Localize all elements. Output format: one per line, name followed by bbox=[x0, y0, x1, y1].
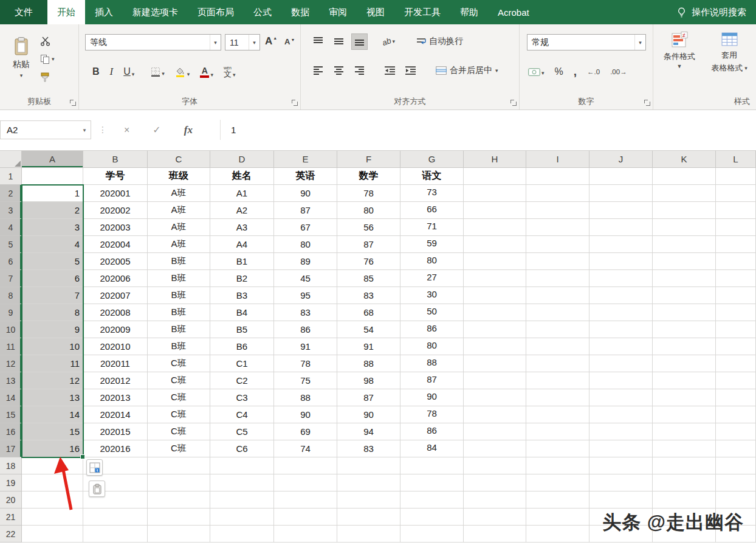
cell-J9[interactable] bbox=[589, 304, 653, 321]
cell-C13[interactable]: C班 bbox=[148, 372, 210, 389]
column-header-I[interactable]: I bbox=[526, 151, 589, 168]
cell-K20[interactable] bbox=[653, 491, 716, 509]
row-header-20[interactable]: 20 bbox=[0, 491, 22, 509]
font-family-select[interactable]: 等线 ▾ bbox=[85, 34, 221, 50]
cell-I1[interactable] bbox=[526, 168, 589, 185]
cell-B1[interactable]: 学号 bbox=[83, 168, 148, 185]
cell-F10[interactable]: 54 bbox=[337, 321, 400, 338]
cell-H11[interactable] bbox=[464, 338, 526, 355]
cell-J8[interactable] bbox=[589, 287, 653, 304]
cell-K17[interactable] bbox=[653, 440, 716, 457]
cell-I9[interactable] bbox=[526, 304, 589, 321]
ribbon-tab-开始[interactable]: 开始 bbox=[47, 0, 85, 24]
column-header-F[interactable]: F bbox=[337, 151, 400, 168]
ribbon-tab-帮助[interactable]: 帮助 bbox=[450, 0, 488, 24]
cell-L10[interactable] bbox=[716, 321, 756, 338]
cell-E18[interactable] bbox=[274, 457, 337, 474]
cell-I20[interactable] bbox=[526, 491, 589, 509]
cell-J18[interactable] bbox=[589, 457, 653, 474]
cell-D21[interactable] bbox=[210, 509, 274, 526]
cell-D16[interactable]: C5 bbox=[210, 423, 274, 440]
cell-B13[interactable]: 202012 bbox=[83, 372, 148, 389]
cell-F5[interactable]: 87 bbox=[337, 236, 400, 253]
cell-G19[interactable] bbox=[400, 474, 464, 491]
cell-G17[interactable]: 84 bbox=[400, 440, 464, 457]
increase-indent-button[interactable] bbox=[403, 63, 418, 78]
cell-I11[interactable] bbox=[526, 338, 589, 355]
cell-F22[interactable] bbox=[337, 526, 400, 543]
ribbon-tab-数据[interactable]: 数据 bbox=[281, 0, 319, 24]
cell-K18[interactable] bbox=[653, 457, 716, 474]
cell-H1[interactable] bbox=[464, 168, 526, 185]
cell-J7[interactable] bbox=[589, 270, 653, 287]
align-top-button[interactable] bbox=[311, 34, 326, 49]
cell-F8[interactable]: 83 bbox=[337, 287, 400, 304]
row-header-14[interactable]: 14 bbox=[0, 389, 22, 406]
cell-L15[interactable] bbox=[716, 406, 756, 423]
cell-B15[interactable]: 202014 bbox=[83, 406, 148, 423]
cell-D3[interactable]: A2 bbox=[210, 202, 274, 219]
cell-L5[interactable] bbox=[716, 236, 756, 253]
cell-L17[interactable] bbox=[716, 440, 756, 457]
cell-A9[interactable]: 8 bbox=[22, 304, 83, 321]
cell-F21[interactable] bbox=[337, 509, 400, 526]
row-header-5[interactable]: 5 bbox=[0, 236, 22, 253]
cell-F6[interactable]: 76 bbox=[337, 253, 400, 270]
align-left-button[interactable] bbox=[311, 63, 326, 78]
cell-G18[interactable] bbox=[400, 457, 464, 474]
cell-K14[interactable] bbox=[653, 389, 716, 406]
cell-B9[interactable]: 202008 bbox=[83, 304, 148, 321]
select-all-corner[interactable] bbox=[0, 151, 22, 168]
row-header-21[interactable]: 21 bbox=[0, 509, 22, 526]
cell-I5[interactable] bbox=[526, 236, 589, 253]
cell-C21[interactable] bbox=[148, 509, 210, 526]
row-header-16[interactable]: 16 bbox=[0, 423, 22, 440]
cell-B17[interactable]: 202016 bbox=[83, 440, 148, 457]
formula-content[interactable]: 1 bbox=[231, 120, 236, 139]
cell-H14[interactable] bbox=[464, 389, 526, 406]
cell-E16[interactable]: 69 bbox=[274, 423, 337, 440]
cell-H21[interactable] bbox=[464, 509, 526, 526]
ribbon-tab-Acrobat[interactable]: Acrobat bbox=[488, 0, 539, 24]
paste-options-button[interactable] bbox=[89, 481, 105, 497]
ribbon-tab-公式[interactable]: 公式 bbox=[244, 0, 281, 24]
cell-E21[interactable] bbox=[274, 509, 337, 526]
cell-B4[interactable]: 202003 bbox=[83, 219, 148, 236]
cell-I19[interactable] bbox=[526, 474, 589, 491]
cell-K13[interactable] bbox=[653, 372, 716, 389]
cell-C5[interactable]: A班 bbox=[148, 236, 210, 253]
cell-I4[interactable] bbox=[526, 219, 589, 236]
cell-D7[interactable]: B2 bbox=[210, 270, 274, 287]
cell-A8[interactable]: 7 bbox=[22, 287, 83, 304]
cell-D1[interactable]: 姓名 bbox=[210, 168, 274, 185]
format-as-table-dropdown-icon[interactable]: ▾ bbox=[744, 66, 747, 71]
cell-B7[interactable]: 202006 bbox=[83, 270, 148, 287]
column-header-K[interactable]: K bbox=[653, 151, 716, 168]
cell-B14[interactable]: 202013 bbox=[83, 389, 148, 406]
cell-K11[interactable] bbox=[653, 338, 716, 355]
cell-D22[interactable] bbox=[210, 526, 274, 543]
column-header-C[interactable]: C bbox=[148, 151, 210, 168]
cell-I17[interactable] bbox=[526, 440, 589, 457]
cell-B21[interactable] bbox=[83, 509, 148, 526]
row-header-13[interactable]: 13 bbox=[0, 372, 22, 389]
cell-I12[interactable] bbox=[526, 355, 589, 372]
cell-E19[interactable] bbox=[274, 474, 337, 491]
cell-F19[interactable] bbox=[337, 474, 400, 491]
cell-K10[interactable] bbox=[653, 321, 716, 338]
cell-H13[interactable] bbox=[464, 372, 526, 389]
cell-E9[interactable]: 83 bbox=[274, 304, 337, 321]
cell-L13[interactable] bbox=[716, 372, 756, 389]
cell-F9[interactable]: 68 bbox=[337, 304, 400, 321]
cell-F1[interactable]: 数学 bbox=[337, 168, 400, 185]
cell-G3[interactable]: 66 bbox=[400, 202, 464, 219]
cell-C8[interactable]: B班 bbox=[148, 287, 210, 304]
font-size-select[interactable]: 11 ▾ bbox=[225, 34, 260, 50]
accounting-dropdown-icon[interactable]: ▾ bbox=[541, 71, 545, 76]
cell-H15[interactable] bbox=[464, 406, 526, 423]
cell-H10[interactable] bbox=[464, 321, 526, 338]
cell-F15[interactable]: 90 bbox=[337, 406, 400, 423]
cell-B16[interactable]: 202015 bbox=[83, 423, 148, 440]
cell-A1[interactable] bbox=[22, 168, 83, 185]
cell-L20[interactable] bbox=[716, 491, 756, 509]
